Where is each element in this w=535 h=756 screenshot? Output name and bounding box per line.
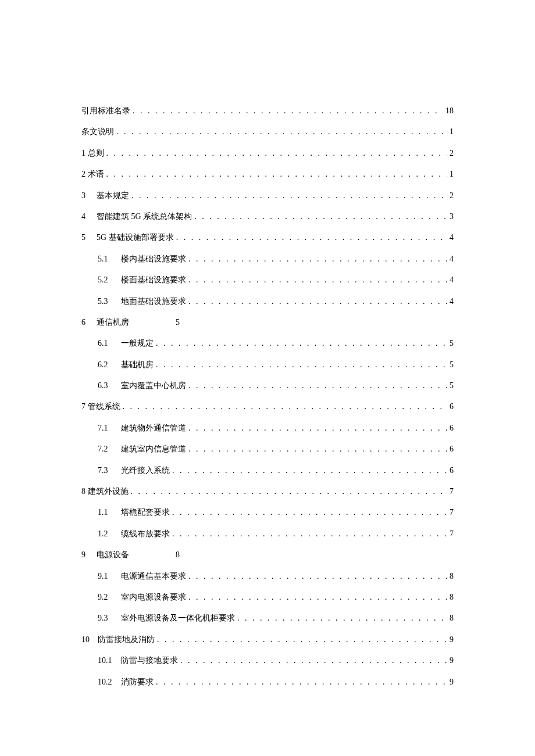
toc-entry[interactable]: 9.2室内电源设备要求8 — [81, 591, 454, 604]
toc-leader-dots — [186, 274, 447, 286]
toc-entry[interactable]: 条文说明1 — [81, 126, 454, 138]
toc-page: 4 — [447, 274, 454, 286]
table-of-contents: 引用标准名录18条文说明11 总则22 术语13基本规定24智能建筑 5G 系统… — [81, 105, 454, 689]
toc-page: 1 — [447, 168, 454, 181]
toc-entry[interactable]: 10防雷接地及消防9 — [81, 633, 454, 646]
toc-entry[interactable]: 5.3地面基础设施要求4 — [81, 295, 454, 308]
toc-number: 6 — [81, 316, 97, 329]
toc-leader-dots — [186, 295, 447, 308]
toc-page: 7 — [447, 506, 454, 519]
toc-page: 8 — [447, 570, 454, 583]
toc-title: 防雷接地及消防 — [98, 633, 155, 646]
toc-page: 6 — [447, 443, 454, 456]
toc-page: 9 — [447, 676, 454, 689]
toc-leader-dots — [186, 570, 447, 583]
toc-leader-dots — [120, 400, 448, 413]
toc-page: 1 — [447, 126, 454, 138]
toc-title: 地面基础设施要求 — [121, 295, 186, 308]
toc-title: 基本规定 — [97, 189, 129, 202]
toc-entry[interactable]: 1.2缆线布放要求7 — [81, 528, 454, 540]
toc-title: 2 术语 — [81, 168, 104, 181]
toc-entry[interactable]: 4智能建筑 5G 系统总体架构3 — [81, 210, 454, 223]
toc-entry[interactable]: 6.2基础机房5 — [81, 359, 454, 371]
toc-leader-dots — [186, 379, 447, 392]
toc-leader-dots — [235, 612, 447, 625]
toc-title: 电源通信基本要求 — [121, 570, 186, 583]
toc-page: 9 — [447, 654, 454, 667]
toc-leader-dots — [129, 189, 447, 202]
toc-entry[interactable]: 6.1一般规定5 — [81, 337, 454, 350]
toc-title: 室内覆盖中心机房 — [121, 379, 186, 392]
toc-number: 6.3 — [98, 379, 121, 392]
toc-title: 室内电源设备要求 — [121, 591, 186, 604]
toc-leader-dots — [154, 359, 447, 371]
toc-leader-dots — [192, 210, 447, 223]
toc-entry[interactable]: 7.1建筑物外通信管道6 — [81, 422, 454, 435]
toc-page: 5 — [447, 359, 454, 371]
toc-entry[interactable]: 7.3光纤接入系统6 — [81, 464, 454, 477]
toc-entry[interactable]: 5.2楼面基础设施要求4 — [81, 274, 454, 286]
toc-entry[interactable]: 8 建筑外设施7 — [81, 485, 454, 498]
toc-leader-dots — [114, 126, 447, 138]
toc-number: 10.1 — [98, 654, 121, 667]
toc-page: 8 — [447, 591, 454, 604]
toc-entry[interactable]: 引用标准名录18 — [81, 105, 454, 117]
toc-number: 3 — [81, 189, 97, 202]
toc-number: 4 — [81, 210, 97, 223]
toc-title: 7 管线系统 — [81, 400, 120, 413]
toc-entry[interactable]: 10.2消防要求9 — [81, 676, 454, 689]
toc-title: 5G 基础设施部署要求 — [97, 231, 174, 244]
toc-entry[interactable]: 55G 基础设施部署要求4 — [81, 231, 454, 244]
toc-number: 9.2 — [98, 591, 121, 604]
toc-entry[interactable]: 10.1防雷与接地要求9 — [81, 654, 454, 667]
toc-leader-dots — [154, 676, 447, 689]
toc-number: 1.1 — [98, 506, 121, 519]
toc-leader-dots — [186, 443, 447, 456]
toc-page: 4 — [447, 253, 454, 266]
toc-page: 6 — [447, 422, 454, 435]
toc-leader-dots — [170, 506, 447, 519]
toc-leader-dots — [155, 633, 447, 646]
toc-title: 室外电源设备及一体化机柜要求 — [121, 612, 235, 625]
toc-page: 3 — [447, 210, 454, 223]
toc-page: 5 — [129, 316, 180, 329]
toc-number: 7.1 — [98, 422, 121, 435]
toc-entry[interactable]: 9.3室外电源设备及一体化机柜要求8 — [81, 612, 454, 625]
toc-page: 2 — [447, 147, 454, 160]
toc-page: 6 — [447, 400, 454, 413]
toc-number: 5 — [81, 231, 97, 244]
toc-entry[interactable]: 9电源设备8 — [81, 549, 454, 561]
toc-title: 消防要求 — [121, 676, 154, 689]
toc-page: 18 — [443, 105, 454, 117]
toc-leader-dots — [174, 231, 447, 244]
toc-page: 5 — [447, 337, 454, 350]
toc-number: 10 — [81, 633, 98, 646]
toc-title: 楼内基础设施要求 — [121, 253, 186, 266]
toc-leader-dots — [130, 105, 443, 117]
toc-entry[interactable]: 9.1电源通信基本要求8 — [81, 570, 454, 583]
toc-entry[interactable]: 7 管线系统6 — [81, 400, 454, 413]
toc-leader-dots — [186, 422, 447, 435]
toc-entry[interactable]: 6通信机房5 — [81, 316, 454, 329]
toc-entry[interactable]: 3基本规定2 — [81, 189, 454, 202]
toc-number: 5.2 — [98, 274, 121, 286]
toc-entry[interactable]: 1 总则2 — [81, 147, 454, 160]
toc-entry[interactable]: 5.1楼内基础设施要求4 — [81, 253, 454, 266]
toc-page: 4 — [447, 231, 454, 244]
toc-number: 10.2 — [98, 676, 121, 689]
toc-title: 建筑室内信息管道 — [121, 443, 186, 456]
toc-entry[interactable]: 7.2建筑室内信息管道6 — [81, 443, 454, 456]
toc-entry[interactable]: 1.1塔桅配套要求7 — [81, 506, 454, 519]
toc-number: 9.3 — [98, 612, 121, 625]
toc-title: 塔桅配套要求 — [121, 506, 170, 519]
toc-title: 智能建筑 5G 系统总体架构 — [97, 210, 192, 223]
toc-page: 5 — [447, 379, 454, 392]
toc-leader-dots — [186, 591, 447, 604]
toc-number: 7.2 — [98, 443, 121, 456]
toc-entry[interactable]: 6.3室内覆盖中心机房5 — [81, 379, 454, 392]
toc-number: 9.1 — [98, 570, 121, 583]
toc-page: 2 — [447, 189, 454, 202]
toc-title: 建筑物外通信管道 — [121, 422, 186, 435]
toc-number: 9 — [81, 549, 97, 561]
toc-entry[interactable]: 2 术语1 — [81, 168, 454, 181]
